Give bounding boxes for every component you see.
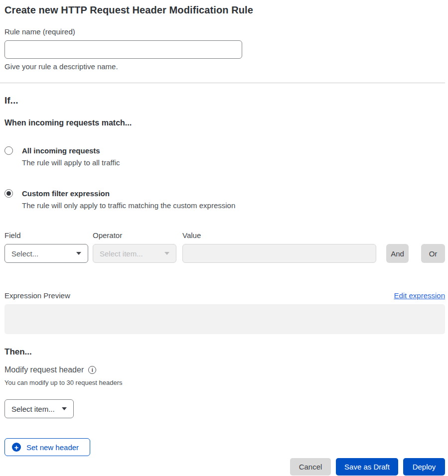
rule-name-input[interactable] bbox=[4, 40, 242, 59]
header-action-select[interactable]: Select item... bbox=[4, 399, 74, 418]
expression-preview-header: Expression Preview Edit expression bbox=[4, 291, 445, 300]
field-label: Field bbox=[4, 231, 93, 239]
edit-expression-link[interactable]: Edit expression bbox=[394, 291, 445, 300]
deploy-button[interactable]: Deploy bbox=[403, 458, 445, 476]
expression-builder-labels: Field Operator Value bbox=[4, 231, 445, 239]
expression-builder-row: Select... Select item... And Or bbox=[4, 244, 445, 263]
and-button[interactable]: And bbox=[386, 244, 409, 263]
operator-label: Operator bbox=[93, 231, 182, 239]
value-label: Value bbox=[182, 231, 445, 239]
rule-name-help: Give your rule a descriptive name. bbox=[4, 62, 445, 71]
modify-header-help: You can modify up to 30 request headers bbox=[4, 379, 445, 386]
radio-custom-filter-label: Custom filter expression bbox=[22, 189, 235, 198]
set-new-header-button[interactable]: + Set new header bbox=[4, 438, 90, 456]
radio-all-incoming-description: The rule will apply to all traffic bbox=[22, 158, 120, 167]
modify-request-header-row: Modify request header i bbox=[4, 365, 445, 374]
header-action-select-value: Select item... bbox=[11, 405, 55, 413]
footer-actions: Cancel Save as Draft Deploy bbox=[4, 458, 445, 476]
chevron-down-icon bbox=[164, 252, 169, 255]
field-select[interactable]: Select... bbox=[4, 244, 88, 263]
info-icon[interactable]: i bbox=[88, 366, 96, 374]
radio-all-incoming-label: All incoming requests bbox=[22, 146, 120, 155]
rule-name-label: Rule name (required) bbox=[4, 27, 445, 36]
plus-circle-icon: + bbox=[12, 443, 21, 452]
cancel-button[interactable]: Cancel bbox=[290, 458, 331, 476]
radio-button-selected-icon[interactable] bbox=[4, 189, 13, 198]
radio-custom-filter-description: The rule will only apply to traffic matc… bbox=[22, 201, 235, 210]
create-rule-form: Create new HTTP Request Header Modificat… bbox=[0, 4, 445, 476]
match-subheading: When incoming requests match... bbox=[4, 119, 445, 127]
expression-preview-box bbox=[4, 304, 445, 334]
radio-button-icon[interactable] bbox=[4, 146, 13, 155]
radio-custom-filter-expression[interactable]: Custom filter expression The rule will o… bbox=[4, 189, 445, 210]
value-input-disabled[interactable] bbox=[182, 244, 376, 263]
modify-request-header-label: Modify request header bbox=[4, 365, 84, 374]
save-as-draft-button[interactable]: Save as Draft bbox=[336, 458, 398, 476]
section-divider bbox=[0, 83, 445, 83]
set-new-header-label: Set new header bbox=[26, 443, 79, 452]
operator-select-disabled[interactable]: Select item... bbox=[93, 244, 176, 263]
then-heading: Then... bbox=[4, 347, 445, 357]
chevron-down-icon bbox=[62, 407, 67, 410]
or-button[interactable]: Or bbox=[421, 244, 445, 263]
expression-preview-label: Expression Preview bbox=[4, 291, 70, 300]
if-heading: If... bbox=[4, 95, 445, 106]
page-title: Create new HTTP Request Header Modificat… bbox=[4, 4, 445, 16]
chevron-down-icon bbox=[76, 252, 81, 255]
field-select-value: Select... bbox=[11, 249, 38, 258]
operator-select-value: Select item... bbox=[100, 249, 143, 258]
radio-all-incoming-requests[interactable]: All incoming requests The rule will appl… bbox=[4, 146, 445, 167]
